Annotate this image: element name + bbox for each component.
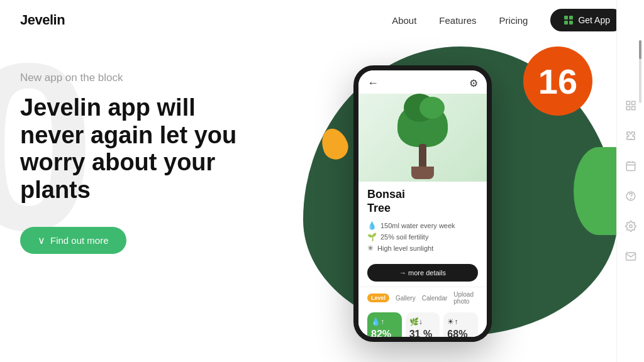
fertility-value: 31 % (409, 329, 436, 337)
scrollbar-thumb (639, 40, 641, 59)
scrollbar[interactable] (639, 40, 641, 103)
water-icon: 💧 (367, 221, 377, 230)
logo: Jevelin (20, 12, 65, 28)
tab-gallery[interactable]: Gallery (396, 295, 416, 302)
nav-pricing[interactable]: Pricing (499, 15, 528, 26)
svg-rect-3 (631, 107, 635, 110)
humidity-value: 82% (371, 329, 398, 337)
svg-rect-1 (631, 101, 635, 104)
sidebar-icon-calendar[interactable] (623, 158, 639, 174)
get-app-button[interactable]: Get App (550, 9, 624, 31)
badge-16: 16 (523, 47, 592, 116)
sidebar-icon-layers[interactable] (623, 97, 639, 114)
humidity-icon: 💧↑ (371, 317, 398, 326)
sunlight-icon: ✳ (367, 244, 374, 253)
bonsai-pot (411, 167, 434, 179)
plant-name: Bonsai Tree (358, 182, 487, 217)
more-details-button[interactable]: → more details (367, 264, 478, 282)
nav: About Features Pricing Get App (392, 9, 624, 31)
sidebar-icon-settings[interactable] (623, 218, 639, 234)
bonsai-canopy (397, 103, 448, 147)
soil-icon: 🌱 (367, 233, 377, 241)
sidebar-icon-help[interactable] (623, 188, 639, 204)
plant-stats: 💧 150ml water every week 🌱 25% soil fert… (358, 217, 487, 259)
grid-icon (564, 16, 573, 25)
hero-section: 0 New app on the block Jevelin app will … (0, 40, 644, 362)
sunlight-metric-icon: ☀↑ (447, 317, 474, 326)
plant-title: Bonsai Tree (367, 188, 478, 215)
find-out-button[interactable]: Find out more (20, 227, 126, 254)
sidebar-icon-mail[interactable] (623, 248, 639, 265)
tab-calendar[interactable]: Calendar (422, 295, 448, 302)
metric-humidity: 💧↑ 82% Humidity (367, 312, 402, 337)
svg-rect-2 (626, 107, 630, 110)
hero-title: Jevelin app will never again let you wor… (20, 94, 259, 204)
hero-right: 16 ← ⚙ Bonsai T (284, 53, 624, 362)
metric-fertility: 🌿↓ 31 % Fertility (406, 312, 440, 337)
nav-features[interactable]: Features (439, 15, 476, 26)
stat-soil: 🌱 25% soil fertility (367, 233, 478, 241)
svg-point-10 (629, 225, 632, 228)
hero-left: New app on the block Jevelin app will ne… (20, 53, 284, 254)
tab-level[interactable]: Level (367, 293, 389, 302)
phone-tabs: Level Gallery Calendar Upload photo (358, 287, 487, 309)
plant-image (358, 94, 487, 182)
metric-sunlight: ☀↑ 68% Sunlight (443, 312, 478, 337)
header: Jevelin About Features Pricing Get App (0, 0, 644, 40)
stat-sunlight: ✳ High level sunlight (367, 244, 478, 253)
phone-metrics: 💧↑ 82% Humidity 🌿↓ 31 % Fertility ☀↑ 68%… (358, 309, 487, 337)
sidebar-icon-puzzle[interactable] (623, 128, 639, 144)
settings-icon[interactable]: ⚙ (469, 77, 478, 89)
svg-rect-4 (626, 162, 635, 171)
nav-about[interactable]: About (392, 15, 416, 26)
back-icon[interactable]: ← (367, 77, 379, 90)
svg-rect-0 (626, 101, 630, 104)
tab-upload[interactable]: Upload photo (453, 291, 478, 305)
phone-mockup: ← ⚙ Bonsai Tree (353, 65, 492, 342)
phone-header: ← ⚙ (358, 70, 487, 94)
hero-tagline: New app on the block (20, 72, 284, 84)
sidebar-icons (616, 0, 644, 362)
stat-water: 💧 150ml water every week (367, 221, 478, 230)
sunlight-value: 68% (447, 329, 474, 337)
fertility-icon: 🌿↓ (409, 317, 436, 326)
